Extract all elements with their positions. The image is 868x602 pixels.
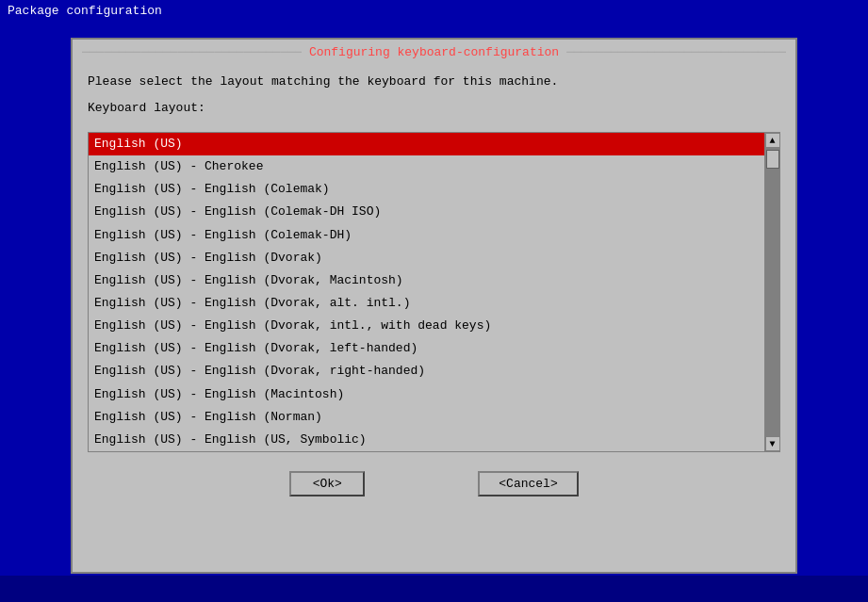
scrollbar-hatch: [767, 197, 775, 204]
scrollbar-thumb[interactable]: [766, 150, 779, 169]
list-item[interactable]: English (US) - English (Dvorak, Macintos…: [89, 269, 764, 292]
list-item[interactable]: English (US) - English (US, Symbolic): [89, 429, 764, 451]
scrollbar-track: [765, 148, 780, 436]
scrollbar-hatch: [767, 206, 775, 214]
scrollbar-hatch: [767, 225, 775, 233]
cancel-button[interactable]: <Cancel>: [478, 471, 578, 496]
scrollbar-up-button[interactable]: ▲: [765, 133, 780, 148]
dialog-title: Configuring keyboard-configuration: [302, 45, 566, 59]
scrollbar[interactable]: ▲ ▼: [764, 133, 779, 451]
scrollbar-hatch: [767, 291, 775, 299]
scrollbar-hatch: [767, 253, 775, 261]
title-dashes-left: ──────────────────────────────: [82, 45, 302, 59]
list-item[interactable]: English (US) - English (Colemak-DH ISO): [89, 201, 764, 223]
scrollbar-hatch: [767, 263, 775, 270]
scrollbar-hatch: [767, 282, 775, 289]
list-item[interactable]: English (US) - English (Colemak-DH): [89, 224, 764, 247]
list-item[interactable]: English (US) - English (Norman): [89, 406, 764, 429]
scrollbar-hatch: [767, 310, 775, 317]
list-item[interactable]: English (US) - English (Dvorak, intl., w…: [89, 315, 764, 337]
list-item[interactable]: English (US) - English (Dvorak): [89, 247, 764, 269]
scrollbar-hatch: [767, 187, 775, 195]
list-item[interactable]: English (US): [89, 133, 764, 155]
dialog-title-row: ────────────────────────────── Configuri…: [73, 40, 795, 65]
list-item[interactable]: English (US) - English (Dvorak, left-han…: [89, 337, 764, 360]
list-item[interactable]: English (US) - English (Dvorak, alt. int…: [89, 292, 764, 315]
scrollbar-hatch: [767, 235, 775, 242]
description-text: Please select the layout matching the ke…: [88, 73, 780, 91]
scrollbar-hatch: [767, 178, 775, 186]
list-item[interactable]: English (US) - English (Colemak): [89, 178, 764, 201]
list-item[interactable]: English (US) - Cherokee: [89, 155, 764, 178]
ok-button[interactable]: <Ok>: [289, 471, 365, 496]
list-items: English (US)English (US) - CherokeeEngli…: [89, 133, 764, 451]
list-item[interactable]: English (US) - English (Macintosh): [89, 383, 764, 406]
window-title: Package configuration: [8, 4, 162, 18]
dialog-content: Please select the layout matching the ke…: [73, 65, 795, 128]
keyboard-layout-label: Keyboard layout:: [88, 99, 780, 118]
scrollbar-down-button[interactable]: ▼: [765, 436, 780, 451]
scrollbar-hatch: [767, 169, 775, 176]
dialog: ────────────────────────────── Configuri…: [71, 38, 797, 574]
scrollbar-hatch: [767, 272, 775, 280]
list-container: English (US)English (US) - CherokeeEngli…: [88, 132, 780, 452]
bottom-bar: [0, 576, 868, 602]
scrollbar-hatch: [767, 244, 775, 252]
title-bar: Package configuration: [0, 0, 868, 22]
scrollbar-hatch: [767, 301, 775, 308]
buttons-area: <Ok> <Cancel>: [73, 471, 795, 506]
list-item[interactable]: English (US) - English (Dvorak, right-ha…: [89, 360, 764, 382]
scrollbar-hatch: [767, 216, 775, 223]
title-dashes-right: ──────────────────────────────: [566, 45, 786, 59]
